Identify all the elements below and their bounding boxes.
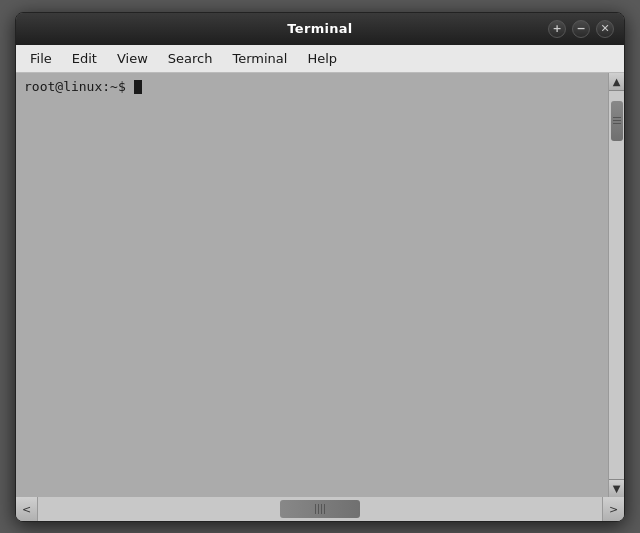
thumb-line-2 (613, 120, 621, 121)
terminal-body: root@linux:~$ ▲ ▼ (16, 73, 624, 497)
terminal-content-area: root@linux:~$ (16, 73, 608, 497)
left-arrow-icon: < (22, 503, 31, 516)
right-arrow-icon: > (609, 503, 618, 516)
hthumb-line-3 (321, 504, 322, 514)
terminal-prompt: root@linux:~$ (24, 79, 126, 94)
thumb-line-3 (613, 123, 621, 124)
scroll-track-horizontal[interactable] (38, 497, 602, 521)
hthumb-line-1 (315, 504, 316, 514)
menu-terminal[interactable]: Terminal (222, 48, 297, 69)
close-button[interactable]: ✕ (596, 20, 614, 38)
window-controls: + − ✕ (548, 20, 614, 38)
scroll-thumb-vertical[interactable] (611, 101, 623, 141)
terminal-cursor (134, 80, 142, 94)
menubar: File Edit View Search Terminal Help (16, 45, 624, 73)
menu-search[interactable]: Search (158, 48, 223, 69)
scroll-track-vertical[interactable] (609, 91, 625, 479)
terminal-window: Terminal + − ✕ File Edit View Search Ter… (15, 12, 625, 522)
minimize-button[interactable]: − (572, 20, 590, 38)
title-bar: Terminal + − ✕ (16, 13, 624, 45)
menu-file[interactable]: File (20, 48, 62, 69)
scroll-right-arrow[interactable]: > (602, 497, 624, 521)
menu-edit[interactable]: Edit (62, 48, 107, 69)
scroll-thumb-horizontal[interactable] (280, 500, 360, 518)
hthumb-line-4 (324, 504, 325, 514)
menu-help[interactable]: Help (297, 48, 347, 69)
hthumb-line-2 (318, 504, 319, 514)
window-title: Terminal (287, 21, 352, 36)
scroll-left-arrow[interactable]: < (16, 497, 38, 521)
scroll-down-arrow[interactable]: ▼ (609, 479, 625, 497)
down-arrow-icon: ▼ (613, 483, 621, 494)
add-button[interactable]: + (548, 20, 566, 38)
up-arrow-icon: ▲ (613, 76, 621, 87)
thumb-line-1 (613, 117, 621, 118)
scroll-up-arrow[interactable]: ▲ (609, 73, 625, 91)
terminal-text-area[interactable]: root@linux:~$ (16, 73, 608, 497)
horizontal-scrollbar: < > (16, 497, 624, 521)
menu-view[interactable]: View (107, 48, 158, 69)
vertical-scrollbar: ▲ ▼ (608, 73, 624, 497)
